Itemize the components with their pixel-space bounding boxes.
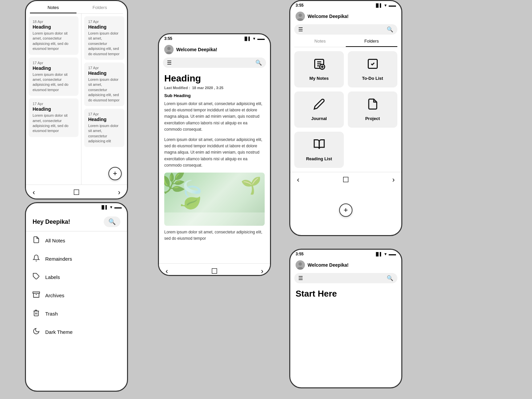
drawer-search[interactable]: 🔍: [104, 216, 120, 227]
nav-back[interactable]: ‹: [33, 188, 35, 197]
note-subheading: Sub Heading: [164, 93, 265, 98]
bell-icon: [33, 254, 40, 263]
status-bar: 3:55 ▐▌▌▼▬▬: [159, 34, 270, 43]
tab-notes[interactable]: Notes: [30, 2, 76, 13]
document-icon: [367, 98, 379, 113]
drawer-item-label: Remainders: [45, 256, 72, 262]
status-time: 3:55: [296, 252, 304, 256]
folder-tile-readinglist[interactable]: Reading List: [294, 132, 344, 168]
folder-card[interactable]: 17 Apr Heading Lorem ipsum dolor sit ame…: [84, 16, 124, 60]
folder-tile-label: To-Do List: [362, 76, 383, 81]
phone-starthere: 3:55 ▐▌▌▼▬▬ Welcome Deepika! ☰ 🔍 Start H…: [289, 249, 402, 388]
hamburger-icon[interactable]: ☰: [298, 26, 303, 33]
search-icon[interactable]: 🔍: [387, 275, 393, 281]
note-card[interactable]: 17 Apr Heading Lorem ipsum dolor sit ame…: [29, 98, 78, 137]
svg-rect-1: [33, 292, 40, 294]
notes-folders-tabs: Notes Folders: [30, 2, 123, 14]
welcome-text: Welcome Deepika!: [176, 47, 217, 52]
note-card[interactable]: 18 Apr Heading Lorem ipsum dolor sit ame…: [29, 16, 78, 55]
nav-home[interactable]: ☐: [73, 188, 80, 197]
note-preview: Lorem ipsum dolor sit amet, consectetur …: [33, 72, 74, 93]
search-bar[interactable]: ☰ 🔍: [163, 58, 266, 68]
phone-detail: 3:55 ▐▌▌▼▬▬ Welcome Deepika! ☰ 🔍 Heading…: [158, 33, 271, 276]
tab-folders[interactable]: Folders: [346, 36, 397, 47]
status-time: 3:55: [296, 3, 304, 8]
note-detail-content: Heading Last Modified : 18 mar 2020 , 3:…: [159, 69, 270, 263]
note-date: 18 Apr: [33, 20, 74, 24]
avatar: [164, 45, 174, 54]
fab-button[interactable]: +: [339, 203, 352, 217]
status-icons: ▐▌▌▼▬▬: [375, 252, 396, 256]
tab-notes[interactable]: Notes: [294, 36, 346, 47]
nav-forward[interactable]: ›: [261, 267, 263, 276]
folder-tile-label: My Notes: [310, 76, 329, 81]
status-icons: ▐▌▌▼▬▬: [375, 3, 396, 7]
moon-icon: [33, 328, 40, 336]
check-square-icon: [367, 58, 379, 72]
hamburger-icon[interactable]: ☰: [167, 60, 172, 66]
book-icon: [313, 138, 325, 153]
note-title: Heading: [33, 66, 74, 71]
status-icons: ▐▌▌▼▬▬: [243, 37, 265, 41]
drawer-item-archives[interactable]: Archives: [26, 286, 127, 305]
notes-plus-icon: [313, 58, 325, 72]
search-icon[interactable]: 🔍: [255, 60, 262, 66]
drawer-header: Hey Deepika! 🔍: [26, 211, 127, 231]
greeting-text: Hey Deepika!: [33, 218, 70, 225]
search-bar[interactable]: ☰ 🔍: [294, 24, 397, 35]
nav-forward[interactable]: ›: [118, 188, 120, 197]
archive-icon: [33, 291, 40, 300]
note-body-3: Lorem ipsum dolor sit amet, consectetur …: [164, 229, 265, 242]
welcome-text: Welcome Deepika!: [308, 14, 348, 19]
note-title: Heading: [33, 106, 74, 112]
folder-preview: Lorem ipsum dolor sit amet, consectetur …: [88, 31, 120, 57]
status-time: 3:55: [164, 36, 172, 41]
folder-card[interactable]: 17 Apr Heading Lorem ipsum dolor sit ame…: [84, 109, 124, 147]
file-icon: [33, 236, 40, 245]
phone-notes-list: Notes Folders 18 Apr Heading Lorem ipsum…: [25, 0, 128, 200]
nav-home[interactable]: ☐: [342, 176, 349, 184]
folder-tile-todolist[interactable]: To-Do List: [348, 51, 397, 87]
pencil-icon: [313, 98, 325, 113]
search-icon[interactable]: 🔍: [387, 26, 393, 33]
drawer-item-labels[interactable]: Labels: [26, 268, 127, 286]
folder-tile-journal[interactable]: Journal: [294, 91, 344, 128]
folder-tile-label: Reading List: [306, 156, 332, 161]
folder-title: Heading: [88, 117, 120, 122]
folder-tile-mynotes[interactable]: My Notes: [294, 51, 344, 87]
note-preview: Lorem ipsum dolor sit amet, consectetur …: [33, 113, 74, 134]
svg-point-9: [299, 14, 302, 17]
phone-nav: ‹ ☐ ›: [290, 172, 401, 188]
welcome-header: Welcome Deepika!: [290, 258, 401, 272]
drawer-item-darktheme[interactable]: Dark Theme: [26, 323, 127, 341]
fab-button[interactable]: +: [108, 167, 122, 180]
drawer-item-reminders[interactable]: Remainders: [26, 250, 127, 268]
search-icon: 🔍: [108, 218, 116, 225]
search-bar[interactable]: ☰ 🔍: [294, 273, 397, 283]
note-card[interactable]: 17 Apr Heading Lorem ipsum dolor sit ame…: [29, 58, 78, 96]
folder-title: Heading: [88, 70, 120, 76]
hamburger-icon[interactable]: ☰: [298, 275, 303, 281]
nav-forward[interactable]: ›: [392, 176, 395, 184]
svg-point-6: [167, 47, 171, 50]
phone-nav: ‹ ☐ ›: [159, 263, 270, 276]
phone-folders: 3:55 ▐▌▌▼▬▬ Welcome Deepika! ☰ 🔍 Notes F…: [289, 0, 402, 236]
note-meta: Last Modified : 18 mar 2020 , 3:25: [164, 86, 265, 90]
nav-back[interactable]: ‹: [297, 176, 299, 184]
drawer-item-label: Trash: [45, 311, 58, 317]
nav-home[interactable]: ☐: [211, 267, 218, 276]
note-date: 17 Apr: [33, 61, 74, 65]
drawer-item-allnotes[interactable]: All Notes: [26, 231, 127, 250]
trash-icon: [33, 309, 40, 318]
drawer-item-trash[interactable]: Trash: [26, 305, 127, 323]
welcome-header: Welcome Deepika!: [159, 43, 270, 56]
note-image: 🌿 🍃 🌱: [164, 173, 265, 226]
folder-title: Heading: [88, 24, 120, 30]
folder-tile-label: Journal: [311, 116, 327, 121]
folder-card[interactable]: 17 Apr Heading Lorem ipsum dolor sit ame…: [84, 63, 124, 106]
status-bar: 3:55 ▐▌▌▼▬▬: [290, 1, 401, 10]
nav-back[interactable]: ‹: [166, 267, 168, 276]
folder-tile-project[interactable]: Project: [348, 91, 397, 128]
tab-folders[interactable]: Folders: [76, 2, 123, 13]
drawer-item-label: Labels: [45, 274, 60, 280]
